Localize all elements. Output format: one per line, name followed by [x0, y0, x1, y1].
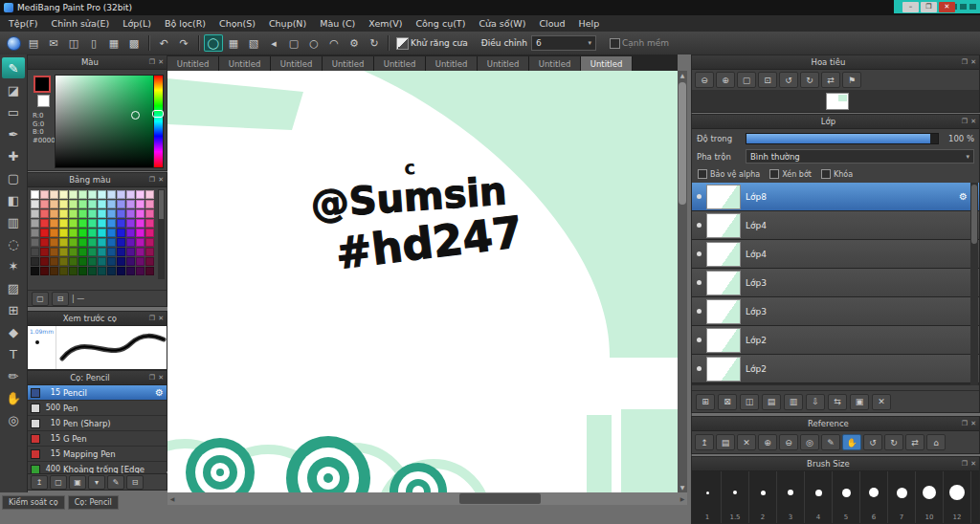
nav-rotate-cw-button[interactable]: ↻ [800, 72, 819, 88]
dot-pen-tool[interactable]: ✒ [2, 123, 25, 144]
brush-size-option-6[interactable]: 6 [860, 471, 888, 523]
canvas-tab-4[interactable]: Untitled [374, 56, 426, 71]
background-color-swatch[interactable] [37, 95, 50, 107]
palette-swatch[interactable] [117, 209, 125, 218]
palette-swatch[interactable] [117, 200, 125, 208]
nav-zoom-out-button[interactable]: ⊖ [695, 72, 714, 88]
brush-size-option-10[interactable]: 10 [916, 471, 944, 523]
brush-upload-button[interactable]: ↥ [31, 475, 48, 490]
palette-swatch[interactable] [107, 257, 116, 266]
canvas-tab-1[interactable]: Untitled [219, 56, 271, 71]
select-pen-tool[interactable]: ◌ [2, 233, 25, 254]
snap-settings-button[interactable]: ⚙ [345, 34, 364, 52]
brush-size-option-3[interactable]: 3 [777, 471, 805, 523]
ref-flip-button[interactable]: ⇄ [905, 434, 924, 450]
popout-icon[interactable]: ❐ [149, 176, 155, 184]
popout-icon[interactable]: ❐ [962, 420, 968, 427]
palette-swatch[interactable] [145, 257, 154, 266]
palette-swatch[interactable] [107, 229, 116, 237]
alpha-protect-checkbox[interactable] [698, 169, 707, 179]
horizontal-scroll-thumb[interactable] [459, 493, 541, 504]
palette-swatch[interactable] [107, 238, 116, 247]
comment-button[interactable]: ✉ [44, 34, 63, 52]
palette-swatch[interactable] [69, 219, 78, 228]
navigator-preview[interactable] [692, 90, 979, 112]
palette-add-button[interactable]: ▢ [32, 292, 49, 306]
nav-zoom-in-button[interactable]: ⊕ [716, 72, 735, 88]
opacity-slider[interactable] [746, 133, 939, 144]
brush-duplicate-button[interactable]: ▣ [69, 475, 86, 490]
palette-swatch[interactable] [78, 267, 87, 275]
palette-swatch[interactable] [145, 200, 154, 208]
layer-duplicate-button[interactable]: ◫ [740, 394, 759, 410]
menu-item-9[interactable]: Cửa sổ(W) [472, 15, 532, 32]
palette-swatch[interactable] [136, 190, 145, 199]
palette-swatch[interactable] [145, 248, 154, 256]
close-icon[interactable]: ✕ [970, 420, 976, 427]
brush-new-button[interactable]: ▢ [50, 475, 67, 490]
palette-swatch[interactable] [78, 248, 87, 256]
layer-row-6[interactable]: Lớp2 [692, 355, 979, 383]
menu-item-4[interactable]: Chọn(S) [212, 15, 262, 32]
vertical-scroll-thumb[interactable] [679, 82, 686, 205]
hue-cursor[interactable] [152, 110, 164, 118]
palette-swatch[interactable] [136, 238, 145, 247]
palette-swatch[interactable] [31, 190, 39, 199]
redo-button[interactable]: ↷ [174, 34, 193, 52]
palette-swatch[interactable] [98, 229, 106, 237]
palette-swatch[interactable] [98, 219, 106, 228]
layer-row-2[interactable]: Lớp4 [692, 240, 979, 269]
layer-row-1[interactable]: Lớp4 [692, 211, 979, 240]
lock-checkbox[interactable] [821, 169, 831, 179]
publish-button[interactable]: ◫ [64, 34, 83, 52]
palette-swatch[interactable] [50, 267, 58, 275]
brush-tool[interactable]: ✎ [2, 57, 25, 78]
popout-icon[interactable]: ❐ [149, 58, 155, 66]
palette-swatch[interactable] [31, 267, 39, 275]
brush-item-2[interactable]: 10Pen (Sharp) [28, 416, 167, 431]
palette-swatch[interactable] [31, 257, 39, 266]
palette-swatch[interactable] [98, 257, 106, 266]
palette-swatch[interactable] [136, 229, 145, 237]
hue-slider[interactable] [153, 75, 164, 168]
nav-flip-button[interactable]: ⇄ [821, 72, 840, 88]
layer-clear-button[interactable]: ▣ [850, 394, 869, 410]
layer-transfer-button[interactable]: ⇆ [828, 394, 847, 410]
palette-swatch[interactable] [69, 200, 78, 208]
palette-swatch[interactable] [88, 219, 97, 228]
ref-rotate-cw-button[interactable]: ↻ [884, 434, 903, 450]
palette-swatch[interactable] [59, 257, 68, 266]
palette-swatch[interactable] [126, 190, 135, 199]
palette-swatch[interactable] [117, 229, 125, 237]
palette-swatch[interactable] [59, 190, 68, 199]
layer-add-folder-button[interactable]: ⊠ [718, 394, 737, 410]
minimize-button[interactable]: – [902, 2, 919, 12]
palette-swatch[interactable] [59, 238, 68, 247]
palette-swatch[interactable] [88, 229, 97, 237]
palette-swatch[interactable] [117, 257, 125, 266]
divide-tool[interactable]: ⊞ [2, 299, 25, 320]
menu-item-5[interactable]: Chụp(N) [262, 15, 313, 32]
saturation-value-picker[interactable] [55, 75, 155, 168]
menu-item-3[interactable]: Bộ lọc(R) [158, 15, 212, 32]
sv-cursor[interactable] [131, 111, 140, 120]
palette-swatch[interactable] [59, 267, 68, 275]
close-icon[interactable]: ✕ [970, 460, 976, 468]
palette-swatch[interactable] [136, 257, 145, 266]
menu-item-10[interactable]: Cloud [532, 15, 571, 32]
shape-brush-tool[interactable]: ▭ [2, 101, 25, 122]
canvas-tab-0[interactable]: Untitled [167, 56, 219, 71]
palette-swatch[interactable] [50, 238, 58, 247]
vertical-scrollbar[interactable]: ▲ ▼ [678, 71, 687, 492]
palette-swatch[interactable] [78, 238, 87, 247]
palette-swatch[interactable] [69, 257, 78, 266]
palette-swatch[interactable] [117, 219, 125, 228]
palette-swatch[interactable] [136, 219, 145, 228]
palette-swatch[interactable] [78, 229, 87, 237]
layer-delete-button[interactable]: ✕ [872, 394, 891, 410]
current-brush-tab[interactable]: Cọ: Pencil [68, 495, 119, 510]
palette-swatch[interactable] [40, 200, 49, 208]
brush-size-option-7[interactable]: 7 [888, 471, 916, 523]
brush-edit-button[interactable]: ✎ [107, 475, 124, 490]
palette-swatch[interactable] [69, 190, 78, 199]
